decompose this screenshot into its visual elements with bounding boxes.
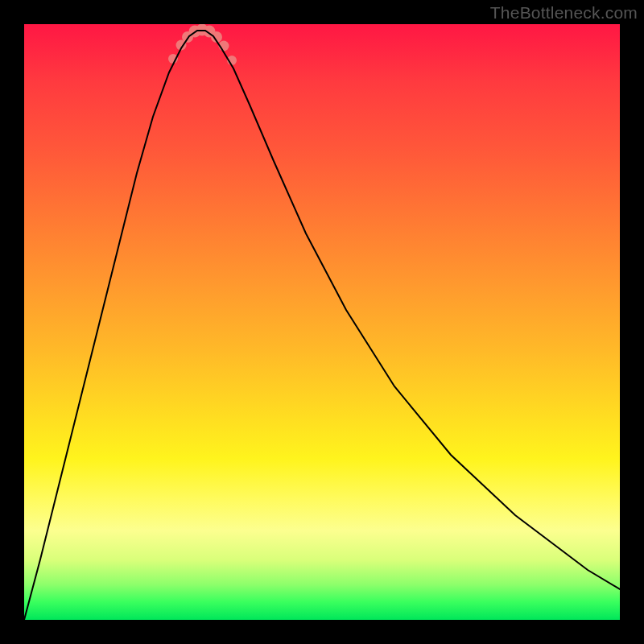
chart-stage: TheBottleneck.com — [0, 0, 644, 644]
watermark-text: TheBottleneck.com — [490, 3, 638, 23]
highlight-dot — [219, 41, 229, 52]
plot-area — [24, 24, 620, 620]
highlight-dot — [196, 24, 208, 36]
highlight-dot — [189, 26, 201, 38]
curve-layer — [24, 24, 620, 620]
highlight-dot — [176, 40, 187, 51]
marker-group — [168, 24, 237, 65]
highlight-dot — [182, 31, 193, 43]
highlight-dot — [211, 31, 222, 43]
highlight-dot — [227, 56, 237, 65]
highlight-dot — [168, 54, 178, 64]
highlight-dot — [204, 26, 216, 38]
bottleneck-curve — [24, 31, 620, 620]
